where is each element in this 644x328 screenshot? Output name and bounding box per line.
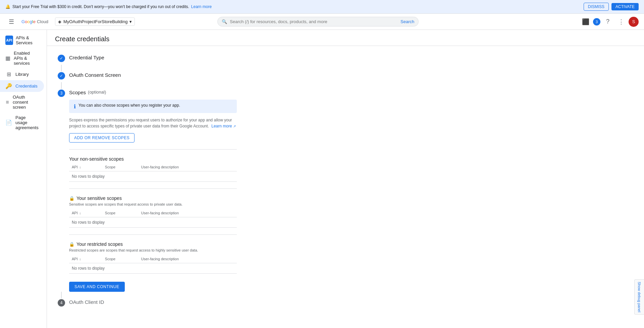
- step-scopes: 3 Scopes (optional): [58, 89, 633, 97]
- sidebar-item-label-page-usage: Page usage agreements: [15, 115, 39, 130]
- sensitive-table: API ↕ Scope User-facing description: [69, 209, 237, 228]
- sort-api-icon[interactable]: ↕: [79, 166, 81, 169]
- console-icon-button[interactable]: ⬛: [580, 16, 592, 28]
- debug-panel-toggle[interactable]: Show debug panel: [634, 279, 644, 315]
- step2-title: OAuth Consent Screen: [69, 72, 121, 78]
- table-row-empty-2: No rows to display: [69, 217, 237, 228]
- step-oauth-client: 4 OAuth Client ID: [58, 298, 633, 307]
- col-scope-3: Scope: [102, 255, 139, 263]
- non-sensitive-scopes-section: Your non-sensitive scopes API ↕ Scope: [69, 156, 237, 182]
- col-scope-2: Scope: [102, 209, 139, 217]
- step3-optional: (optional): [88, 90, 106, 95]
- lock-icon-2: 🔒: [69, 242, 74, 247]
- restricted-scopes-section: 🔒 Your restricted scopes Restricted scop…: [69, 241, 237, 274]
- divider-3: [69, 234, 237, 235]
- search-button-label: Search: [400, 19, 414, 24]
- project-name: MyOAuthProjectForStoreBuilding: [63, 19, 127, 24]
- no-rows-text-3: No rows to display: [69, 263, 237, 274]
- page-usage-icon: 📄: [5, 119, 12, 126]
- lock-icon-1: 🔒: [69, 196, 74, 201]
- col-scope: Scope: [102, 163, 139, 171]
- step1-circle: ✓: [58, 55, 65, 62]
- info-icon: ℹ: [74, 103, 76, 110]
- col-api: API ↕: [69, 163, 102, 171]
- restricted-table: API ↕ Scope User-facing description: [69, 255, 237, 274]
- non-sensitive-title: Your non-sensitive scopes: [69, 156, 237, 162]
- banner-learn-more-link[interactable]: Learn more: [191, 4, 212, 9]
- step4-title: OAuth Client ID: [69, 299, 104, 305]
- banner-icon: 🔔: [5, 4, 10, 9]
- info-box: ℹ You can also choose scopes when you re…: [69, 100, 237, 113]
- step-oauth-consent: ✓ OAuth Consent Screen: [58, 71, 633, 79]
- save-continue-button[interactable]: SAVE AND CONTINUE: [69, 282, 125, 292]
- sidebar-section-header: APIs & Services: [16, 35, 41, 45]
- col-api-3: API ↕: [69, 255, 102, 263]
- step-credential-type: ✓ Credential Type: [58, 54, 633, 62]
- non-sensitive-table: API ↕ Scope User-facing description: [69, 163, 237, 182]
- banner-actions: DISMISS ACTIVATE: [584, 3, 639, 11]
- step1-title: Credential Type: [69, 55, 104, 60]
- sidebar-item-page-usage[interactable]: 📄 Page usage agreements: [0, 112, 44, 133]
- restricted-title: 🔒 Your restricted scopes: [69, 241, 237, 247]
- banner-text: Start your Free Trial with $300 in credi…: [12, 4, 189, 9]
- more-options-button[interactable]: ⋮: [615, 16, 627, 28]
- step3-title: Scopes: [69, 90, 86, 95]
- top-banner: 🔔 Start your Free Trial with $300 in cre…: [0, 0, 644, 14]
- help-button[interactable]: ?: [602, 16, 614, 28]
- connector-2: [61, 82, 62, 89]
- google-cloud-logo[interactable]: Google Cloud: [21, 19, 48, 24]
- page-title: Create credentials: [55, 35, 636, 43]
- top-nav: ☰ Google Cloud ◈ MyOAuthProjectForStoreB…: [0, 14, 644, 30]
- divider-2: [69, 188, 237, 189]
- save-continue-container: SAVE AND CONTINUE: [69, 282, 633, 292]
- chevron-down-icon: ▾: [129, 19, 132, 24]
- add-remove-scopes-button[interactable]: ADD OR REMOVE SCOPES: [69, 133, 135, 143]
- sort-api-icon-2[interactable]: ↕: [79, 212, 81, 215]
- google-logo-text: Google: [21, 19, 36, 24]
- hamburger-menu-button[interactable]: ☰: [5, 16, 17, 28]
- col-user-facing-2: User-facing description: [139, 209, 237, 217]
- enabled-icon: ▦: [5, 55, 10, 61]
- no-rows-text-2: No rows to display: [69, 217, 237, 228]
- sensitive-scopes-section: 🔒 Your sensitive scopes Sensitive scopes…: [69, 196, 237, 228]
- sidebar-item-label-enabled: Enabled APIs & services: [14, 51, 39, 66]
- table-row-empty-3: No rows to display: [69, 263, 237, 274]
- scopes-content: ℹ You can also choose scopes when you re…: [69, 100, 633, 292]
- sensitive-title: 🔒 Your sensitive scopes: [69, 196, 237, 201]
- sidebar-api-label: API APIs & Services: [0, 33, 47, 48]
- credentials-icon: 🔑: [5, 83, 12, 89]
- sidebar: API APIs & Services ▦ Enabled APIs & ser…: [0, 30, 47, 328]
- sidebar-item-label-library: Library: [15, 72, 29, 77]
- activate-button[interactable]: ACTIVATE: [611, 3, 639, 10]
- col-user-facing-3: User-facing description: [139, 255, 237, 263]
- sidebar-item-credentials[interactable]: 🔑 Credentials: [0, 80, 44, 92]
- project-selector[interactable]: ◈ MyOAuthProjectForStoreBuilding ▾: [55, 17, 135, 26]
- table-row-empty: No rows to display: [69, 171, 237, 182]
- sidebar-item-oauth[interactable]: ≡ OAuth consent screen: [0, 92, 44, 112]
- sidebar-item-enabled[interactable]: ▦ Enabled APIs & services: [0, 48, 44, 68]
- no-rows-text: No rows to display: [69, 171, 237, 182]
- connector-3: [61, 292, 62, 298]
- search-button[interactable]: Search: [400, 19, 414, 24]
- connector-1: [61, 65, 62, 71]
- main-content: Create credentials ✓ Credential Type ✓ O…: [47, 30, 644, 328]
- learn-more-link[interactable]: Learn more: [211, 124, 232, 128]
- search-input[interactable]: [230, 19, 398, 24]
- scopes-description: Scopes express the permissions you reque…: [69, 117, 237, 129]
- api-icon: API: [5, 36, 13, 45]
- sidebar-item-label-credentials: Credentials: [15, 84, 38, 89]
- restricted-description: Restricted scopes are scopes that reques…: [69, 248, 237, 252]
- oauth-icon: ≡: [5, 99, 9, 105]
- external-link-icon: ↗: [233, 124, 236, 128]
- step2-circle: ✓: [58, 72, 65, 79]
- avatar[interactable]: S: [629, 17, 639, 27]
- sort-api-icon-3[interactable]: ↕: [79, 258, 81, 261]
- col-user-facing: User-facing description: [139, 163, 237, 171]
- notifications-badge[interactable]: 3: [593, 18, 600, 25]
- col-api-2: API ↕: [69, 209, 102, 217]
- page-header: Create credentials: [47, 30, 644, 46]
- divider-1: [69, 149, 237, 150]
- sidebar-item-label-oauth: OAuth consent screen: [13, 95, 39, 110]
- dismiss-button[interactable]: DISMISS: [584, 3, 609, 11]
- sidebar-item-library[interactable]: ⊞ Library: [0, 68, 44, 80]
